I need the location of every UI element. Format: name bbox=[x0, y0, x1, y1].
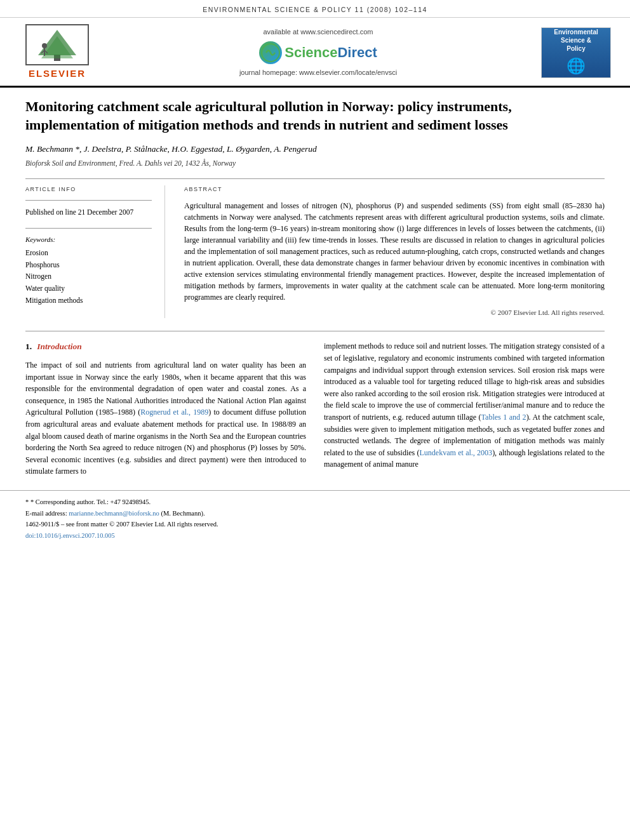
sd-icon bbox=[259, 41, 282, 64]
email-address[interactable]: marianne.bechmann@bioforsk.no bbox=[69, 510, 159, 517]
doi-line[interactable]: doi:10.1016/j.envsci.2007.10.005 bbox=[25, 531, 605, 541]
keyword-mitigation: Mitigation methods bbox=[25, 295, 152, 306]
keywords-list: Erosion Phosphorus Nitrogen Water qualit… bbox=[25, 248, 152, 305]
available-text: available at www.sciencedirect.com bbox=[263, 27, 373, 37]
center-logo: available at www.sciencedirect.com Scien… bbox=[95, 27, 541, 78]
keyword-nitrogen: Nitrogen bbox=[25, 271, 152, 282]
svg-point-3 bbox=[42, 43, 47, 48]
email-note: E-mail address: marianne.bechmann@biofor… bbox=[25, 509, 605, 519]
elsevier-logo: ELSEVIER bbox=[19, 24, 95, 81]
left-body-text: The impact of soil and nutrients from ag… bbox=[25, 359, 306, 477]
affiliation-text: Bioforsk Soil and Environment, Fred. A. … bbox=[25, 158, 605, 169]
tables-link[interactable]: Tables 1 and 2 bbox=[481, 413, 526, 422]
section-heading: 1. Introduction bbox=[25, 340, 306, 353]
body-two-col: 1. Introduction The impact of soil and n… bbox=[25, 340, 605, 477]
abstract-label: ABSTRACT bbox=[184, 185, 605, 194]
keyword-water-quality: Water quality bbox=[25, 283, 152, 294]
info-divider bbox=[25, 200, 152, 201]
right-body-text: implement methods to reduce soil and nut… bbox=[324, 340, 605, 470]
rognerud-link[interactable]: Rognerud et al., 1989 bbox=[140, 408, 208, 417]
right-body-col: implement methods to reduce soil and nut… bbox=[324, 340, 605, 477]
abstract-col: ABSTRACT Agricultural management and los… bbox=[184, 185, 605, 318]
article-info-col: ARTICLE INFO Published on line 21 Decemb… bbox=[25, 185, 165, 318]
elsevier-text: ELSEVIER bbox=[29, 67, 86, 81]
keyword-phosphorus: Phosphorus bbox=[25, 260, 152, 270]
globe-icon: 🌐 bbox=[566, 55, 586, 77]
article-meta-row: ARTICLE INFO Published on line 21 Decemb… bbox=[25, 185, 605, 318]
sciencedirect-logo: ScienceDirect bbox=[259, 41, 377, 64]
sd-logo-text: ScienceDirect bbox=[285, 43, 377, 63]
journal-homepage-text: journal homepage: www.elsevier.com/locat… bbox=[239, 68, 397, 78]
left-body-col: 1. Introduction The impact of soil and n… bbox=[25, 340, 306, 477]
divider-top bbox=[25, 178, 605, 179]
section-number: 1. bbox=[25, 340, 32, 353]
article-title: Monitoring catchment scale agricultural … bbox=[25, 98, 605, 134]
article-info-label: ARTICLE INFO bbox=[25, 185, 152, 194]
journal-logo-right: EnvironmentalScience &Policy 🌐 bbox=[541, 27, 611, 78]
section-title: Introduction bbox=[37, 340, 82, 353]
email-suffix: (M. Bechmann). bbox=[161, 510, 205, 517]
section-divider bbox=[25, 331, 605, 331]
corresponding-author-text: * Corresponding author. Tel.: +47 924989… bbox=[30, 498, 151, 505]
journal-header: ENVIRONMENTAL SCIENCE & POLICY 11 (2008)… bbox=[0, 0, 630, 18]
lundekvam-link[interactable]: Lundekvam et al., 2003 bbox=[420, 448, 493, 457]
copyright-footer: 1462-9011/$ – see front matter © 2007 El… bbox=[25, 519, 605, 530]
email-label: E-mail address: bbox=[25, 510, 67, 517]
journal-logo-title: EnvironmentalScience &Policy bbox=[554, 28, 598, 53]
elsevier-tree-icon bbox=[25, 24, 89, 65]
authors-text: M. Bechmann *, J. Deelstra, P. Stålnacke… bbox=[25, 144, 317, 154]
star-symbol: * bbox=[25, 498, 29, 505]
published-date: Published on line 21 December 2007 bbox=[25, 207, 152, 218]
journal-header-text: ENVIRONMENTAL SCIENCE & POLICY 11 (2008)… bbox=[203, 6, 427, 13]
corresponding-author-note: * * Corresponding author. Tel.: +47 9249… bbox=[25, 497, 605, 507]
info-divider2 bbox=[25, 228, 152, 229]
keyword-erosion: Erosion bbox=[25, 248, 152, 258]
footer-notes: * * Corresponding author. Tel.: +47 9249… bbox=[0, 490, 630, 551]
main-content: Monitoring catchment scale agricultural … bbox=[0, 88, 630, 490]
logos-row: ELSEVIER available at www.sciencedirect.… bbox=[0, 18, 630, 88]
copyright-line: © 2007 Elsevier Ltd. All rights reserved… bbox=[184, 308, 605, 318]
authors-line: M. Bechmann *, J. Deelstra, P. Stålnacke… bbox=[25, 143, 605, 156]
abstract-text: Agricultural management and losses of ni… bbox=[184, 200, 605, 303]
keywords-label: Keywords: bbox=[25, 235, 152, 245]
